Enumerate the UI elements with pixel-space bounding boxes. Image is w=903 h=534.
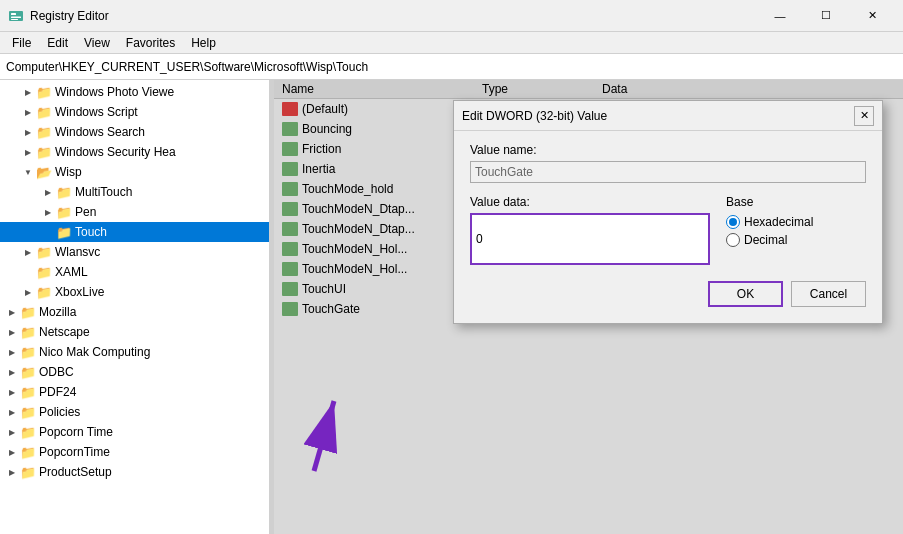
expand-icon: ▶ bbox=[4, 364, 20, 380]
menu-edit[interactable]: Edit bbox=[39, 32, 76, 54]
folder-icon: 📁 bbox=[36, 85, 52, 100]
tree-item-popcorntime[interactable]: ▶ 📁 PopcornTime bbox=[0, 442, 269, 462]
expand-icon: ▶ bbox=[20, 84, 36, 100]
close-button[interactable]: ✕ bbox=[849, 0, 895, 32]
dialog-body: Value name: Value data: Base bbox=[454, 131, 882, 323]
expand-icon: ▶ bbox=[4, 424, 20, 440]
folder-icon: 📁 bbox=[20, 465, 36, 480]
minimize-button[interactable]: — bbox=[757, 0, 803, 32]
address-path: Computer\HKEY_CURRENT_USER\Software\Micr… bbox=[6, 60, 368, 74]
expand-icon: ▶ bbox=[20, 104, 36, 120]
tree-item-windows-security[interactable]: ▶ 📁 Windows Security Hea bbox=[0, 142, 269, 162]
address-bar: Computer\HKEY_CURRENT_USER\Software\Micr… bbox=[0, 54, 903, 80]
folder-icon: 📁 bbox=[20, 445, 36, 460]
tree-item-pen[interactable]: ▶ 📁 Pen bbox=[0, 202, 269, 222]
radio-dec-dot bbox=[726, 233, 740, 247]
tree-label: Windows Photo Viewe bbox=[55, 85, 174, 99]
registry-pane: Name Type Data (Default) REG_SZ (value n… bbox=[274, 80, 903, 534]
expand-icon: ▶ bbox=[4, 384, 20, 400]
menu-favorites[interactable]: Favorites bbox=[118, 32, 183, 54]
tree-label: ProductSetup bbox=[39, 465, 112, 479]
title-bar: Registry Editor — ☐ ✕ bbox=[0, 0, 903, 32]
tree-item-netscape[interactable]: ▶ 📁 Netscape bbox=[0, 322, 269, 342]
title-bar-left: Registry Editor bbox=[8, 8, 109, 24]
folder-icon: 📁 bbox=[20, 345, 36, 360]
dialog-buttons: OK Cancel bbox=[470, 281, 866, 307]
tree-item-mozilla[interactable]: ▶ 📁 Mozilla bbox=[0, 302, 269, 322]
expand-icon: ▶ bbox=[20, 284, 36, 300]
expand-icon bbox=[20, 264, 36, 280]
folder-icon: 📁 bbox=[36, 265, 52, 280]
folder-icon: 📁 bbox=[36, 285, 52, 300]
radio-group: Hexadecimal Decimal bbox=[726, 215, 866, 247]
menu-help[interactable]: Help bbox=[183, 32, 224, 54]
tree-label: XboxLive bbox=[55, 285, 104, 299]
base-label: Base bbox=[726, 195, 866, 209]
registry-editor-icon bbox=[8, 8, 24, 24]
expand-icon: ▶ bbox=[40, 184, 56, 200]
radio-dec-label: Decimal bbox=[744, 233, 787, 247]
tree-item-odbc[interactable]: ▶ 📁 ODBC bbox=[0, 362, 269, 382]
tree-label: Windows Script bbox=[55, 105, 138, 119]
tree-label: ODBC bbox=[39, 365, 74, 379]
tree-item-pdf24[interactable]: ▶ 📁 PDF24 bbox=[0, 382, 269, 402]
expand-icon: ▶ bbox=[4, 304, 20, 320]
menu-file[interactable]: File bbox=[4, 32, 39, 54]
maximize-button[interactable]: ☐ bbox=[803, 0, 849, 32]
tree-item-wisp[interactable]: ▼ 📂 Wisp bbox=[0, 162, 269, 182]
cancel-button[interactable]: Cancel bbox=[791, 281, 866, 307]
tree-item-productsetup[interactable]: ▶ 📁 ProductSetup bbox=[0, 462, 269, 482]
expand-icon bbox=[40, 224, 56, 240]
folder-icon: 📁 bbox=[36, 245, 52, 260]
value-data-input[interactable] bbox=[470, 213, 710, 265]
expand-icon: ▶ bbox=[4, 464, 20, 480]
tree-item-photo-viewer[interactable]: ▶ 📁 Windows Photo Viewe bbox=[0, 82, 269, 102]
dialog-overlay: Edit DWORD (32-bit) Value ✕ Value name: … bbox=[274, 80, 903, 534]
tree-label: Windows Security Hea bbox=[55, 145, 176, 159]
tree-label: Netscape bbox=[39, 325, 90, 339]
edit-dword-dialog: Edit DWORD (32-bit) Value ✕ Value name: … bbox=[453, 100, 883, 324]
radio-hexadecimal[interactable]: Hexadecimal bbox=[726, 215, 866, 229]
tree-item-windows-search[interactable]: ▶ 📁 Windows Search bbox=[0, 122, 269, 142]
folder-icon: 📁 bbox=[56, 185, 72, 200]
tree-item-nico-mak[interactable]: ▶ 📁 Nico Mak Computing bbox=[0, 342, 269, 362]
tree-item-xboxlive[interactable]: ▶ 📁 XboxLive bbox=[0, 282, 269, 302]
tree-item-wlansvc[interactable]: ▶ 📁 Wlansvc bbox=[0, 242, 269, 262]
value-data-label: Value data: bbox=[470, 195, 710, 209]
dialog-row: Value data: Base Hexadecimal bbox=[470, 195, 866, 265]
expand-icon: ▶ bbox=[4, 404, 20, 420]
tree-item-multitouch[interactable]: ▶ 📁 MultiTouch bbox=[0, 182, 269, 202]
folder-icon: 📂 bbox=[36, 165, 52, 180]
tree-label: Policies bbox=[39, 405, 80, 419]
expand-icon: ▶ bbox=[20, 144, 36, 160]
tree-label: Windows Search bbox=[55, 125, 145, 139]
tree-item-popcorn-time[interactable]: ▶ 📁 Popcorn Time bbox=[0, 422, 269, 442]
dialog-title: Edit DWORD (32-bit) Value bbox=[462, 109, 607, 123]
radio-decimal[interactable]: Decimal bbox=[726, 233, 866, 247]
value-name-input[interactable] bbox=[470, 161, 866, 183]
tree-label: Pen bbox=[75, 205, 96, 219]
expand-icon: ▶ bbox=[20, 244, 36, 260]
tree-item-policies[interactable]: ▶ 📁 Policies bbox=[0, 402, 269, 422]
main-content: ▶ 📁 Windows Photo Viewe ▶ 📁 Windows Scri… bbox=[0, 80, 903, 534]
radio-hex-dot bbox=[726, 215, 740, 229]
tree-label: Mozilla bbox=[39, 305, 76, 319]
folder-icon: 📁 bbox=[20, 385, 36, 400]
folder-icon: 📁 bbox=[20, 405, 36, 420]
ok-button[interactable]: OK bbox=[708, 281, 783, 307]
folder-icon: 📁 bbox=[56, 205, 72, 220]
tree-label: Popcorn Time bbox=[39, 425, 113, 439]
radio-hex-label: Hexadecimal bbox=[744, 215, 813, 229]
base-section: Base Hexadecimal Decimal bbox=[726, 195, 866, 247]
tree-item-windows-script[interactable]: ▶ 📁 Windows Script bbox=[0, 102, 269, 122]
menu-view[interactable]: View bbox=[76, 32, 118, 54]
tree-label: Wisp bbox=[55, 165, 82, 179]
tree-item-xaml[interactable]: 📁 XAML bbox=[0, 262, 269, 282]
menu-bar: File Edit View Favorites Help bbox=[0, 32, 903, 54]
svg-rect-2 bbox=[11, 16, 21, 18]
dialog-titlebar: Edit DWORD (32-bit) Value ✕ bbox=[454, 101, 882, 131]
tree-item-touch[interactable]: 📁 Touch bbox=[0, 222, 269, 242]
expand-icon: ▶ bbox=[40, 204, 56, 220]
tree-label: Touch bbox=[75, 225, 107, 239]
dialog-close-button[interactable]: ✕ bbox=[854, 106, 874, 126]
